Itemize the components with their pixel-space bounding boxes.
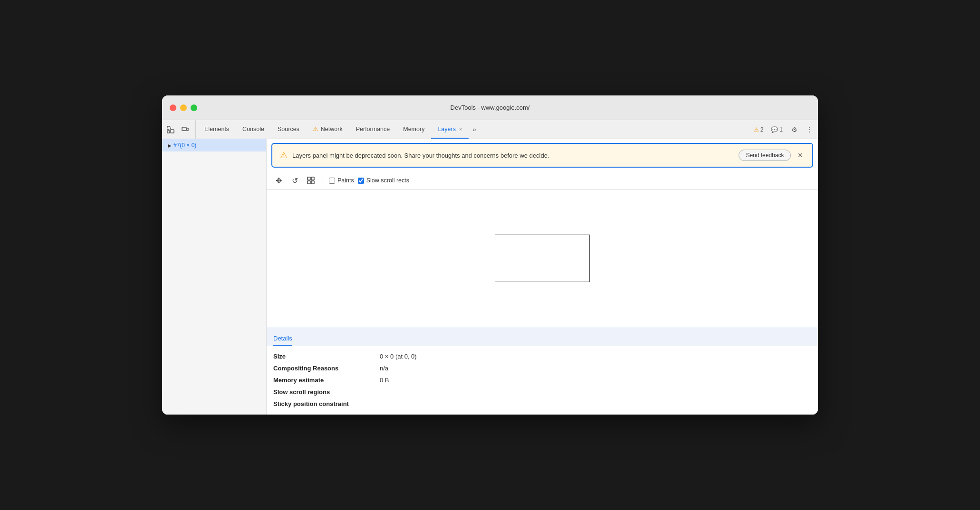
svg-rect-3 [182,127,186,131]
warning-icon: ⚠ [754,126,759,133]
tabs-right-actions: ⚠ 2 💬 1 ⚙ ⋮ [751,120,816,139]
detail-row: Size0 × 0 (at 0, 0) [273,350,811,362]
toolbar-separator [323,176,323,185]
devtools-body: ▶ #7(0 × 0) ⚠ Layers panel might be depr… [162,139,818,415]
layer-canvas[interactable] [267,190,818,327]
tab-layers-close[interactable]: × [459,126,462,132]
detail-key: Size [273,353,368,360]
settings-icon[interactable]: ⚙ [788,123,801,136]
banner-message: Layers panel might be deprecated soon. S… [292,152,734,159]
more-options-icon[interactable]: ⋮ [803,123,816,136]
detail-key: Compositing Reasons [273,365,368,372]
tree-arrow: ▶ [168,143,172,148]
tab-performance[interactable]: Performance [349,120,397,139]
detail-value: n/a [380,365,388,372]
devtools-icons [164,120,196,139]
traffic-lights [170,104,197,111]
svg-rect-4 [187,128,188,131]
detail-row: Sticky position constraint [273,398,811,410]
deprecation-banner: ⚠ Layers panel might be deprecated soon.… [271,143,813,168]
network-warning-icon: ⚠ [313,125,318,132]
layer-item[interactable]: ▶ #7(0 × 0) [162,139,266,151]
paints-checkbox-label[interactable]: Paints [329,177,354,184]
details-table: Size0 × 0 (at 0, 0)Compositing Reasonsn/… [267,346,818,415]
slow-scroll-checkbox-label[interactable]: Slow scroll rects [358,177,409,184]
slow-scroll-checkbox[interactable] [358,178,364,184]
paints-checkbox[interactable] [329,178,335,184]
svg-rect-2 [171,130,174,133]
inspect-icon[interactable] [164,123,177,136]
details-header: Details [267,327,818,346]
tab-memory[interactable]: Memory [396,120,431,139]
close-button[interactable] [170,104,176,111]
details-tab[interactable]: Details [273,332,292,346]
move-tool-icon[interactable]: ✥ [272,174,285,187]
window-title: DevTools - www.google.com/ [451,104,530,111]
detail-value: 0 × 0 (at 0, 0) [380,353,417,360]
svg-rect-0 [167,126,171,130]
devtools-window: DevTools - www.google.com/ Elements [162,95,818,415]
tab-elements[interactable]: Elements [198,120,236,139]
svg-rect-5 [307,177,310,180]
fit-tool-icon[interactable] [305,174,317,187]
banner-warning-icon: ⚠ [280,150,288,161]
tab-console[interactable]: Console [236,120,271,139]
svg-rect-6 [311,177,314,180]
svg-rect-8 [311,181,314,184]
detail-key: Slow scroll regions [273,388,368,396]
message-icon: 💬 [771,126,778,133]
detail-row: Slow scroll regions [273,386,811,398]
tabs-bar: Elements Console Sources ⚠ Network Perfo… [162,120,818,139]
tab-sources[interactable]: Sources [271,120,306,139]
tab-network[interactable]: ⚠ Network [306,120,349,139]
layer-toolbar: ✥ ↺ Paints Slow scroll [267,171,818,190]
detail-key: Memory estimate [273,377,368,384]
layers-sidebar: ▶ #7(0 × 0) [162,139,267,415]
rotate-tool-icon[interactable]: ↺ [288,174,301,187]
layer-visualization-rect [495,235,590,282]
minimize-button[interactable] [180,104,187,111]
more-tabs-button[interactable]: » [469,120,480,139]
tabs-list: Elements Console Sources ⚠ Network Perfo… [198,120,751,139]
warnings-badge[interactable]: ⚠ 2 [751,125,767,134]
detail-key: Sticky position constraint [273,400,368,407]
device-toolbar-icon[interactable] [178,123,192,136]
messages-badge[interactable]: 💬 1 [768,125,786,134]
svg-rect-1 [167,131,170,133]
details-section: Details Size0 × 0 (at 0, 0)Compositing R… [267,327,818,415]
title-bar: DevTools - www.google.com/ [162,95,818,120]
tab-layers[interactable]: Layers × [431,120,469,139]
maximize-button[interactable] [191,104,197,111]
detail-value: 0 B [380,377,389,384]
detail-row: Memory estimate0 B [273,374,811,386]
svg-rect-7 [307,181,310,184]
send-feedback-button[interactable]: Send feedback [739,150,791,161]
main-content: ⚠ Layers panel might be deprecated soon.… [267,139,818,415]
banner-close-button[interactable]: × [796,151,805,161]
detail-row: Compositing Reasonsn/a [273,362,811,374]
